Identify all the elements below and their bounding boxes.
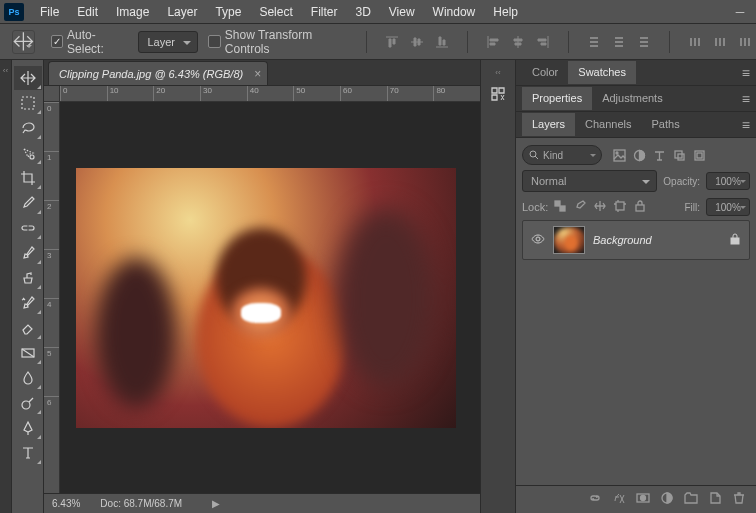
auto-select-type-dropdown[interactable]: Layer	[138, 31, 198, 53]
delete-layer-button[interactable]	[732, 491, 746, 508]
canvas-image[interactable]	[76, 168, 456, 428]
lock-pixels-icon[interactable]	[574, 200, 586, 214]
ruler-origin[interactable]	[44, 86, 60, 102]
eyedropper-tool[interactable]	[14, 191, 42, 215]
type-tool[interactable]	[14, 441, 42, 465]
show-transform-checkbox[interactable]: Show Transform Controls	[208, 28, 352, 56]
menu-layer[interactable]: Layer	[159, 2, 205, 22]
layer-name[interactable]: Background	[593, 234, 652, 246]
clone-stamp-tool[interactable]	[14, 266, 42, 290]
crop-tool[interactable]	[14, 166, 42, 190]
eraser-tool[interactable]	[14, 316, 42, 340]
gradient-tool[interactable]	[14, 341, 42, 365]
align-right-button[interactable]	[532, 31, 554, 53]
svg-point-19	[30, 155, 34, 159]
move-tool[interactable]	[14, 66, 42, 90]
align-vcenter-button[interactable]	[406, 31, 428, 53]
document-tab[interactable]: Clipping Panda.jpg @ 6.43% (RGB/8) ×	[48, 61, 268, 85]
zoom-level[interactable]: 6.43%	[52, 498, 80, 509]
panel-menu-button[interactable]: ≡	[742, 65, 750, 81]
checkbox-icon	[208, 35, 220, 48]
tab-layers[interactable]: Layers	[522, 113, 575, 136]
new-layer-button[interactable]	[708, 491, 722, 508]
status-expand-button[interactable]: ▶	[212, 498, 220, 509]
window-minimize-button[interactable]: ─	[724, 0, 756, 24]
menu-filter[interactable]: Filter	[303, 2, 346, 22]
marquee-tool[interactable]	[14, 91, 42, 115]
panel-menu-button[interactable]: ≡	[742, 117, 750, 133]
collapsed-panel-icon[interactable]	[489, 85, 507, 106]
menu-window[interactable]: Window	[425, 2, 484, 22]
opacity-value[interactable]: 100%	[706, 172, 750, 190]
fill-value[interactable]: 100%	[706, 198, 750, 216]
distribute-h1-button[interactable]	[684, 31, 706, 53]
distribute-h3-button[interactable]	[734, 31, 756, 53]
tab-swatches[interactable]: Swatches	[568, 61, 636, 84]
align-left-button[interactable]	[482, 31, 504, 53]
lock-all-icon[interactable]	[634, 200, 646, 214]
layer-visibility-toggle[interactable]	[531, 232, 545, 249]
filter-shape-icon[interactable]	[672, 148, 686, 162]
tab-channels[interactable]: Channels	[575, 113, 641, 136]
svg-rect-17	[748, 38, 750, 46]
menu-file[interactable]: File	[32, 2, 67, 22]
filter-adjustment-icon[interactable]	[632, 148, 646, 162]
dodge-tool[interactable]	[14, 391, 42, 415]
filter-smart-icon[interactable]	[692, 148, 706, 162]
distribute-v1-button[interactable]	[583, 31, 605, 53]
lock-transparent-icon[interactable]	[554, 200, 566, 214]
distribute-v3-button[interactable]	[633, 31, 655, 53]
blend-mode-dropdown[interactable]: Normal	[522, 170, 657, 192]
auto-select-label: Auto-Select:	[67, 28, 128, 56]
lock-artboard-icon[interactable]	[614, 200, 626, 214]
doc-size[interactable]: Doc: 68.7M/68.7M	[100, 498, 182, 509]
menu-view[interactable]: View	[381, 2, 423, 22]
menu-type[interactable]: Type	[207, 2, 249, 22]
align-hcenter-button[interactable]	[507, 31, 529, 53]
left-dock-collapse[interactable]	[0, 60, 12, 513]
distribute-v2-button[interactable]	[608, 31, 630, 53]
layer-mask-button[interactable]	[636, 491, 650, 508]
lasso-tool[interactable]	[14, 116, 42, 140]
menu-select[interactable]: Select	[251, 2, 300, 22]
panel-menu-button[interactable]: ≡	[742, 91, 750, 107]
layer-filter-kind-dropdown[interactable]: Kind	[522, 145, 602, 165]
menu-edit[interactable]: Edit	[69, 2, 106, 22]
healing-brush-tool[interactable]	[14, 216, 42, 240]
svg-rect-30	[697, 153, 702, 158]
svg-rect-4	[615, 41, 623, 43]
vertical-ruler[interactable]: 0123456	[44, 102, 60, 493]
adjustment-layer-button[interactable]	[660, 491, 674, 508]
history-brush-tool[interactable]	[14, 291, 42, 315]
pen-tool[interactable]	[14, 416, 42, 440]
menu-image[interactable]: Image	[108, 2, 157, 22]
layer-row-background[interactable]: Background	[522, 220, 750, 260]
menu-3d[interactable]: 3D	[347, 2, 378, 22]
tab-color[interactable]: Color	[522, 61, 568, 84]
active-tool-indicator[interactable]	[12, 30, 35, 54]
tab-paths[interactable]: Paths	[642, 113, 690, 136]
quick-select-tool[interactable]	[14, 141, 42, 165]
link-layers-button[interactable]	[588, 491, 602, 508]
layer-thumbnail[interactable]	[553, 226, 585, 254]
brush-tool[interactable]	[14, 241, 42, 265]
layer-fx-button[interactable]	[612, 491, 626, 508]
align-bottom-button[interactable]	[431, 31, 453, 53]
menu-help[interactable]: Help	[485, 2, 526, 22]
close-tab-button[interactable]: ×	[254, 67, 261, 81]
svg-point-22	[22, 401, 30, 409]
tab-properties[interactable]: Properties	[522, 87, 592, 110]
canvas-viewport[interactable]: 01020304050607080 0123456	[44, 86, 480, 493]
group-button[interactable]	[684, 491, 698, 508]
blur-tool[interactable]	[14, 366, 42, 390]
auto-select-checkbox[interactable]: Auto-Select:	[51, 28, 129, 56]
horizontal-ruler[interactable]: 01020304050607080	[60, 86, 480, 102]
svg-rect-10	[694, 38, 696, 46]
filter-type-icon[interactable]	[652, 148, 666, 162]
align-top-button[interactable]	[381, 31, 403, 53]
lock-position-icon[interactable]	[594, 200, 606, 214]
filter-pixel-icon[interactable]	[612, 148, 626, 162]
layer-locked-icon	[729, 233, 741, 248]
tab-adjustments[interactable]: Adjustments	[592, 87, 673, 110]
distribute-h2-button[interactable]	[709, 31, 731, 53]
